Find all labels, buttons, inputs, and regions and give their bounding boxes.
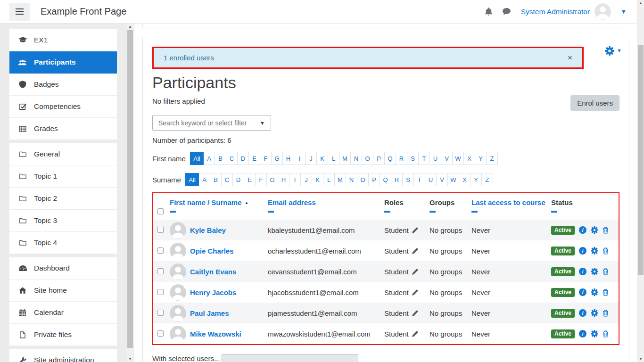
letter-filter-Q[interactable]: Q bbox=[384, 152, 396, 165]
letter-filter-M[interactable]: M bbox=[334, 173, 346, 186]
letter-filter-D[interactable]: D bbox=[237, 152, 249, 165]
letter-filter-D[interactable]: D bbox=[232, 173, 244, 186]
scroll-down-icon[interactable]: ▼ bbox=[127, 356, 133, 362]
letter-filter-B[interactable]: B bbox=[215, 152, 226, 165]
column-header-last-access-to-course[interactable]: Last access to course bbox=[471, 198, 551, 206]
sidebar-item-general[interactable]: General bbox=[9, 143, 117, 165]
letter-filter-U[interactable]: U bbox=[429, 152, 441, 165]
with-selected-users-select[interactable] bbox=[222, 354, 358, 362]
letter-filter-V[interactable]: V bbox=[441, 152, 453, 165]
delete-enrolment-trash-icon[interactable] bbox=[603, 247, 609, 255]
user-menu-caret-icon[interactable]: ▼ bbox=[620, 8, 627, 15]
column-header-email-address[interactable]: Email address bbox=[268, 198, 384, 206]
enrol-users-button[interactable]: Enrol users bbox=[570, 95, 619, 111]
letter-filter-S[interactable]: S bbox=[402, 173, 414, 186]
collapse-column-icon[interactable] bbox=[429, 211, 436, 213]
participant-name-link[interactable]: Opie Charles bbox=[190, 247, 234, 255]
letter-filter-F[interactable]: F bbox=[260, 152, 272, 165]
row-checkbox[interactable] bbox=[157, 289, 164, 295]
scroll-up-icon[interactable]: ▲ bbox=[127, 24, 133, 30]
letter-filter-P[interactable]: P bbox=[373, 152, 385, 165]
letter-filter-K[interactable]: K bbox=[316, 152, 328, 165]
scroll-down-icon[interactable]: ▼ bbox=[637, 356, 644, 362]
scroll-up-icon[interactable]: ▲ bbox=[637, 0, 644, 6]
page-scrollbar-thumb[interactable] bbox=[638, 45, 644, 275]
sidebar-item-site-administration[interactable]: Site administration bbox=[9, 349, 117, 362]
row-checkbox[interactable] bbox=[157, 310, 164, 316]
sidebar-item-competencies[interactable]: Competencies bbox=[9, 96, 117, 118]
letter-filter-I[interactable]: I bbox=[289, 173, 301, 186]
info-icon[interactable]: i bbox=[579, 330, 586, 337]
enrolment-gear-icon[interactable] bbox=[591, 226, 598, 234]
alert-close-button[interactable]: × bbox=[568, 53, 572, 63]
letter-filter-L[interactable]: L bbox=[328, 152, 339, 165]
letter-filter-X[interactable]: X bbox=[463, 152, 475, 165]
select-all-checkbox[interactable] bbox=[157, 208, 164, 214]
letter-filter-N[interactable]: N bbox=[350, 152, 362, 165]
letter-filter-Z[interactable]: Z bbox=[486, 152, 498, 165]
sidebar-item-participants[interactable]: Participants bbox=[9, 51, 117, 74]
edit-role-pencil-icon[interactable] bbox=[412, 269, 418, 275]
letter-filter-O[interactable]: O bbox=[362, 152, 373, 165]
user-avatar[interactable] bbox=[594, 3, 611, 20]
letter-filter-Y[interactable]: Y bbox=[470, 173, 482, 186]
drawer-scrollbar[interactable]: ▲ ▼ bbox=[127, 24, 133, 362]
letter-filter-Q[interactable]: Q bbox=[380, 173, 391, 186]
drawer-scrollbar-thumb[interactable] bbox=[127, 30, 133, 348]
delete-enrolment-trash-icon[interactable] bbox=[603, 310, 609, 317]
sidebar-item-topic-3[interactable]: Topic 3 bbox=[9, 210, 117, 232]
sidebar-item-topic-4[interactable]: Topic 4 bbox=[9, 232, 117, 254]
letter-filter-J[interactable]: J bbox=[305, 152, 317, 165]
letter-filter-L[interactable]: L bbox=[323, 173, 335, 186]
letter-filter-Z[interactable]: Z bbox=[481, 173, 493, 186]
sidebar-item-private-files[interactable]: Private files bbox=[9, 324, 117, 346]
info-icon[interactable]: i bbox=[579, 288, 586, 296]
sidebar-item-grades[interactable]: Grades bbox=[9, 118, 117, 140]
letter-filter-R[interactable]: R bbox=[391, 173, 403, 186]
collapse-column-icon[interactable] bbox=[268, 211, 274, 213]
sidebar-item-topic-1[interactable]: Topic 1 bbox=[9, 165, 117, 188]
row-checkbox[interactable] bbox=[157, 227, 164, 233]
letter-filter-Y[interactable]: Y bbox=[475, 152, 487, 165]
letter-filter-O[interactable]: O bbox=[357, 173, 369, 186]
edit-role-pencil-icon[interactable] bbox=[412, 310, 418, 316]
letter-filter-W[interactable]: W bbox=[452, 152, 464, 165]
letter-filter-C[interactable]: C bbox=[221, 173, 233, 186]
enrolment-gear-icon[interactable] bbox=[591, 268, 598, 275]
letter-filter-H[interactable]: H bbox=[282, 152, 294, 165]
participant-name-link[interactable]: Caitlyn Evans bbox=[190, 268, 236, 276]
info-icon[interactable]: i bbox=[579, 309, 586, 317]
letter-filter-T[interactable]: T bbox=[418, 152, 430, 165]
letter-filter-all[interactable]: All bbox=[190, 152, 204, 165]
delete-enrolment-trash-icon[interactable] bbox=[603, 227, 609, 234]
enrolment-gear-icon[interactable] bbox=[591, 288, 598, 296]
letter-filter-B[interactable]: B bbox=[210, 173, 222, 186]
letter-filter-E[interactable]: E bbox=[244, 173, 256, 186]
user-menu-link[interactable]: System Administrator bbox=[521, 8, 590, 16]
edit-role-pencil-icon[interactable] bbox=[412, 289, 418, 296]
letter-filter-U[interactable]: U bbox=[425, 173, 437, 186]
menu-toggle-button[interactable] bbox=[9, 3, 30, 21]
collapse-column-icon[interactable] bbox=[471, 211, 478, 213]
sidebar-item-badges[interactable]: Badges bbox=[9, 74, 117, 96]
letter-filter-H[interactable]: H bbox=[278, 173, 289, 186]
delete-enrolment-trash-icon[interactable] bbox=[603, 330, 609, 337]
sidebar-item-calendar[interactable]: Calendar bbox=[9, 302, 117, 324]
collapse-column-icon[interactable] bbox=[551, 211, 557, 213]
enrolment-gear-icon[interactable] bbox=[591, 247, 598, 255]
info-icon[interactable]: i bbox=[579, 226, 586, 234]
letter-filter-M[interactable]: M bbox=[339, 152, 351, 165]
participant-name-link[interactable]: Henry Jacobs bbox=[190, 288, 236, 296]
letter-filter-A[interactable]: A bbox=[198, 173, 210, 186]
letter-filter-G[interactable]: G bbox=[271, 152, 283, 165]
delete-enrolment-trash-icon[interactable] bbox=[603, 268, 609, 275]
collapse-column-icon[interactable] bbox=[384, 211, 390, 213]
letter-filter-A[interactable]: A bbox=[203, 152, 215, 165]
letter-filter-X[interactable]: X bbox=[459, 173, 471, 186]
sidebar-item-topic-2[interactable]: Topic 2 bbox=[9, 188, 117, 210]
letter-filter-K[interactable]: K bbox=[312, 173, 323, 186]
sidebar-item-site-home[interactable]: Site home bbox=[9, 280, 117, 302]
page-scrollbar[interactable]: ▲ ▼ bbox=[637, 0, 644, 362]
participant-name-link[interactable]: Paul James bbox=[190, 309, 229, 317]
letter-filter-C[interactable]: C bbox=[226, 152, 238, 165]
